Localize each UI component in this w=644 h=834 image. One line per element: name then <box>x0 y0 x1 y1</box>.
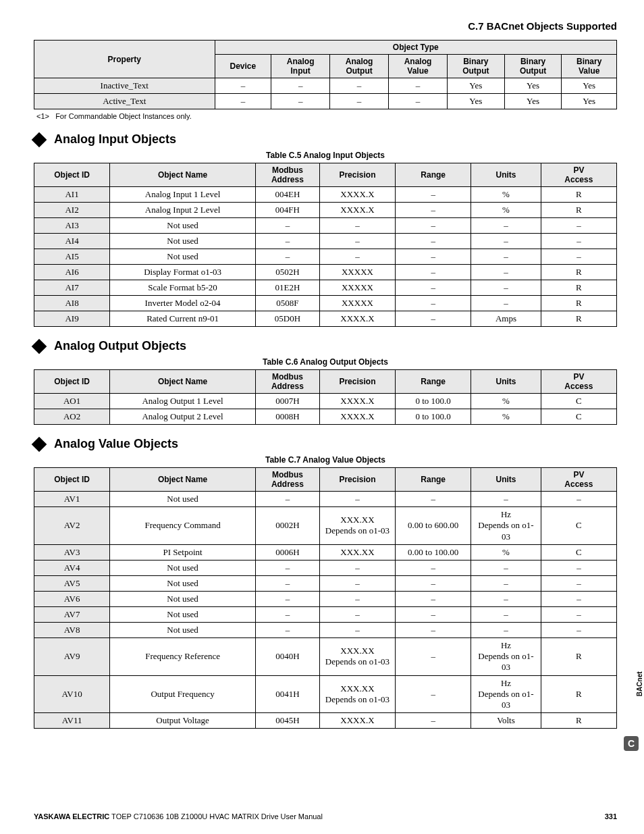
table-cell: – <box>396 622 471 637</box>
column-header: Units <box>471 468 541 492</box>
table-cell: – <box>330 94 389 109</box>
table-cell: AV6 <box>34 591 110 606</box>
table-cell: Not used <box>110 560 256 575</box>
table-cell: – <box>255 492 319 507</box>
footer-doc: TOEP C710636 10B Z1000U HVAC MATRIX Driv… <box>109 812 323 820</box>
table-cell: 01E2H <box>255 280 319 296</box>
table-cell: – <box>271 78 330 94</box>
table-row: AV4Not used––––– <box>34 560 617 575</box>
table-cell: XXXX.X <box>319 311 395 327</box>
column-header: ModbusAddress <box>255 468 319 492</box>
table-cell: 0008H <box>255 409 319 425</box>
table-cell: 0006H <box>255 544 319 560</box>
column-header: Units <box>471 370 541 394</box>
table-cell: R <box>541 675 616 713</box>
table-cell: AI2 <box>34 203 110 218</box>
column-header: Object Name <box>110 370 256 394</box>
column-header: Range <box>396 163 471 187</box>
table-cell: XXXX.X <box>319 713 395 729</box>
table-cell: AO1 <box>34 394 110 409</box>
footnote: <1> For Commandable Object Instances onl… <box>36 112 617 120</box>
table-cell: Rated Current n9-01 <box>110 311 256 327</box>
table-cell: – <box>319 575 395 591</box>
table-cell: – <box>471 296 541 311</box>
table-cell: R <box>541 637 616 675</box>
table-cell: AI3 <box>34 218 110 234</box>
table-row: AI4Not used––––– <box>34 234 617 249</box>
table-cell: 0 to 100.0 <box>396 394 471 409</box>
table-cell: – <box>396 203 471 218</box>
table-cell: – <box>471 560 541 575</box>
footnote-tag: <1> <box>36 112 49 120</box>
column-header: Object ID <box>34 163 110 187</box>
column-header: Range <box>396 370 471 394</box>
table-cell: HzDepends on o1-03 <box>471 637 541 675</box>
table-cell: 004EH <box>255 187 319 203</box>
table-cell: AV10 <box>34 675 110 713</box>
heading-analog-value: Analog Value Objects <box>34 437 617 451</box>
table-cell: – <box>396 591 471 606</box>
table-cell: Scale Format b5-20 <box>110 280 256 296</box>
table-cell: – <box>215 94 271 109</box>
analog-output-table: Object IDObject NameModbusAddressPrecisi… <box>34 369 617 425</box>
table-cell: C <box>541 507 616 545</box>
table-cell: XXXXX <box>319 296 395 311</box>
table-cell: 0.00 to 600.00 <box>396 507 471 545</box>
table-cell: – <box>319 218 395 234</box>
table-cell: Frequency Reference <box>110 637 256 675</box>
table-cell: – <box>389 94 448 109</box>
table-cell: AI8 <box>34 296 110 311</box>
table-cell: – <box>471 265 541 280</box>
analog-input-table: Object IDObject NameModbusAddressPrecisi… <box>34 163 617 327</box>
table-cell: AI1 <box>34 187 110 203</box>
table-cell: – <box>215 78 271 94</box>
table-cell: C <box>541 544 616 560</box>
column-header: ModbusAddress <box>255 370 319 394</box>
heading-text: Analog Output Objects <box>54 339 186 353</box>
table-row: AV7Not used––––– <box>34 606 617 622</box>
table-cell: Not used <box>110 492 256 507</box>
table-cell: AV1 <box>34 492 110 507</box>
table-cell: – <box>389 78 448 94</box>
table-cell: Volts <box>471 713 541 729</box>
table-cell: – <box>255 575 319 591</box>
column-header: Range <box>396 468 471 492</box>
table-cell: – <box>541 218 616 234</box>
column-header: PVAccess <box>541 163 616 187</box>
table-cell: – <box>319 591 395 606</box>
table-cell: – <box>471 218 541 234</box>
table-cell: – <box>396 560 471 575</box>
table-row: AV9Frequency Reference0040HXXX.XXDepends… <box>34 637 617 675</box>
table-cell: – <box>255 622 319 637</box>
table-cell: PI Setpoint <box>110 544 256 560</box>
table-cell: Output Voltage <box>110 713 256 729</box>
table-cell: R <box>541 265 616 280</box>
table-cell: Yes <box>562 78 617 94</box>
table-cell: Not used <box>110 234 256 249</box>
table-cell: AV4 <box>34 560 110 575</box>
col-object-type: Object Type <box>215 41 616 55</box>
table-cell: AV2 <box>34 507 110 545</box>
table-row: AO2Analog Output 2 Level0008HXXXX.X0 to … <box>34 409 617 425</box>
table-cell: Not used <box>110 249 256 265</box>
table-cell: AO2 <box>34 409 110 425</box>
table-row: AV2Frequency Command0002HXXX.XXDepends o… <box>34 507 617 545</box>
table-cell: Analog Input 2 Level <box>110 203 256 218</box>
table-cell: XXX.XXDepends on o1-03 <box>319 637 395 675</box>
table-cell: – <box>396 492 471 507</box>
table-cell: – <box>396 675 471 713</box>
table-cell: – <box>471 249 541 265</box>
table-cell: Not used <box>110 575 256 591</box>
table-cell: – <box>396 234 471 249</box>
table-cell: 0002H <box>255 507 319 545</box>
table-cell: Not used <box>110 218 256 234</box>
table-row: AI1Analog Input 1 Level004EHXXXX.X–%R <box>34 187 617 203</box>
caption-ao: Table C.6 Analog Output Objects <box>34 357 617 367</box>
column-header: Object Name <box>110 468 256 492</box>
side-tab-label: BACnet Communications <box>636 642 644 696</box>
table-cell: XXXXX <box>319 280 395 296</box>
table-cell: 0.00 to 100.00 <box>396 544 471 560</box>
column-header: PVAccess <box>541 468 616 492</box>
table-cell: XXXX.X <box>319 409 395 425</box>
table-cell: AV8 <box>34 622 110 637</box>
